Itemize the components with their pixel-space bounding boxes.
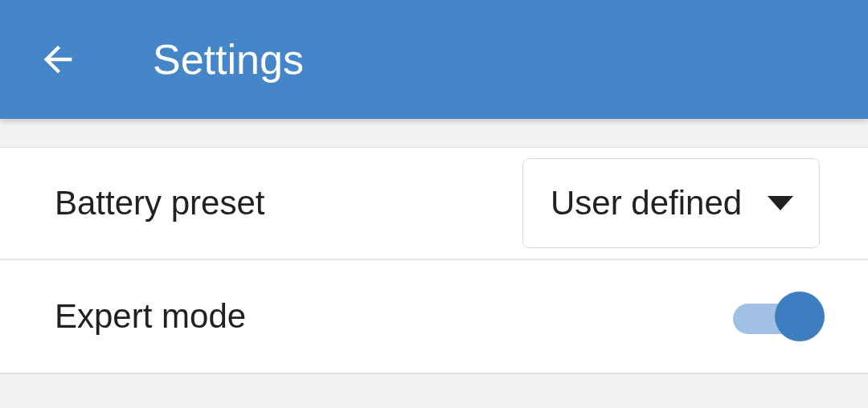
toggle-thumb bbox=[775, 292, 825, 341]
row-battery-preset: Battery preset User defined bbox=[0, 148, 868, 260]
battery-preset-value: User defined bbox=[551, 184, 742, 222]
bottom-spacer bbox=[0, 373, 868, 408]
row-expert-mode: Expert mode bbox=[0, 260, 868, 373]
page-title: Settings bbox=[153, 35, 304, 84]
battery-preset-label: Battery preset bbox=[55, 184, 264, 222]
appbar: Settings bbox=[0, 0, 868, 119]
spacer bbox=[0, 119, 868, 148]
battery-preset-dropdown[interactable]: User defined bbox=[522, 158, 820, 248]
expert-mode-toggle[interactable] bbox=[733, 291, 820, 342]
back-button[interactable] bbox=[35, 37, 80, 82]
content: Battery preset User defined Expert mode bbox=[0, 119, 868, 408]
chevron-down-icon bbox=[768, 196, 793, 210]
expert-mode-label: Expert mode bbox=[55, 297, 246, 336]
arrow-left-icon bbox=[37, 39, 79, 80]
